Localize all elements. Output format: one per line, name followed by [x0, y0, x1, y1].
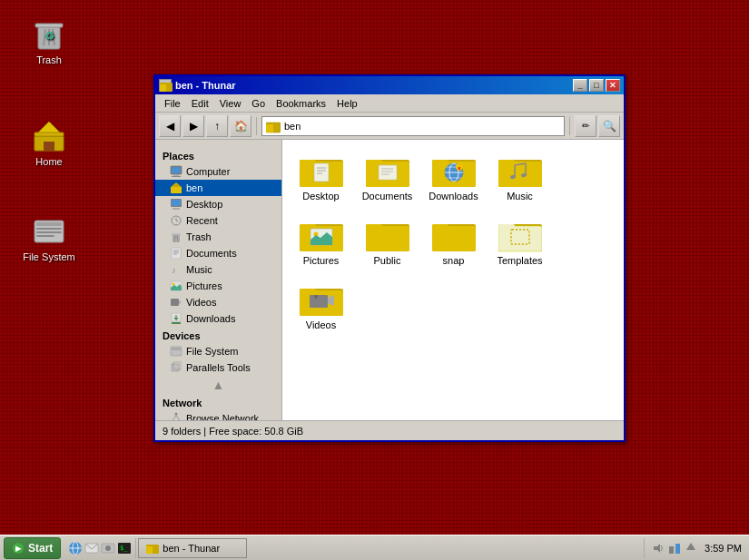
file-name-music: Music	[507, 191, 533, 202]
sidebar-item-pictures[interactable]: Pictures	[155, 278, 281, 294]
svg-rect-55	[300, 160, 316, 163]
sidebar-item-computer[interactable]: Computer	[155, 163, 281, 180]
desktop-icon-home-label: Home	[35, 156, 62, 167]
svg-rect-46	[172, 364, 179, 371]
sidebar-label-computer: Computer	[186, 166, 230, 177]
menu-go[interactable]: Go	[246, 96, 271, 111]
file-item-desktop[interactable]: Desktop	[291, 149, 350, 206]
svg-marker-41	[179, 300, 182, 304]
svg-rect-104	[310, 295, 328, 308]
svg-text:♪: ♪	[172, 265, 176, 275]
svg-rect-20	[172, 167, 181, 173]
sidebar-item-videos[interactable]: Videos	[155, 294, 281, 310]
sidebar-section-places: Places	[155, 147, 281, 163]
music-icon: ♪	[170, 263, 182, 276]
desktop-icon-home[interactable]: Home	[20, 118, 78, 167]
svg-point-114	[105, 545, 111, 551]
file-item-public[interactable]: Public	[358, 213, 417, 270]
sidebar-item-filesystem[interactable]: File System	[155, 343, 281, 359]
edit-button[interactable]: ✏	[575, 115, 596, 137]
sidebar-label-ben: ben	[186, 182, 202, 193]
file-item-music[interactable]: Music	[490, 149, 549, 206]
svg-marker-122	[686, 543, 695, 550]
back-button[interactable]: ◀	[159, 115, 181, 137]
recent-icon	[170, 214, 182, 227]
file-item-videos[interactable]: Videos	[291, 278, 350, 335]
desktop-icon-filesystem[interactable]: File System	[20, 213, 78, 262]
home-icon	[170, 182, 182, 194]
svg-rect-26	[172, 200, 181, 206]
close-button[interactable]: ✕	[606, 79, 620, 92]
toolbar-sep2	[569, 117, 570, 135]
menu-help[interactable]: Help	[331, 96, 363, 111]
tray-time: 3:59 PM	[705, 543, 742, 554]
sidebar-scroll-indicator: ▲	[155, 378, 281, 392]
file-name-desktop: Desktop	[302, 191, 339, 202]
menu-file[interactable]: File	[159, 96, 186, 111]
file-item-downloads[interactable]: e Downloads	[424, 149, 483, 206]
window-body: Places Computer ben	[155, 140, 624, 422]
file-name-templates: Templates	[497, 255, 542, 267]
sidebar-item-recent[interactable]: Recent	[155, 212, 281, 229]
trash-icon-small	[170, 231, 182, 243]
ql-browser[interactable]	[68, 541, 83, 555]
desktop-icon-trash[interactable]: ♻ Trash	[20, 16, 78, 65]
sidebar-label-filesystem: File System	[186, 346, 238, 357]
ql-terminal[interactable]: $_	[117, 541, 132, 555]
svg-rect-33	[172, 248, 181, 259]
menu-bookmarks[interactable]: Bookmarks	[271, 96, 331, 111]
svg-rect-45	[172, 348, 181, 350]
svg-rect-64	[379, 165, 397, 180]
start-label: Start	[28, 542, 53, 555]
tray-speaker-icon[interactable]	[652, 542, 665, 555]
sidebar-label-desktop: Desktop	[186, 199, 222, 210]
address-bar[interactable]: ben	[261, 116, 565, 136]
start-button[interactable]: ▶ Start	[4, 537, 61, 559]
tray-arrow-up-icon[interactable]	[685, 542, 697, 555]
svg-rect-8	[44, 142, 54, 151]
sidebar-item-ben[interactable]: ben	[155, 180, 281, 196]
sidebar-label-videos: Videos	[186, 297, 216, 308]
menu-edit[interactable]: Edit	[186, 96, 214, 111]
desktop-icon-trash-label: Trash	[36, 54, 62, 65]
file-name-public: Public	[374, 255, 401, 267]
sidebar-label-parallels: Parallels Tools	[186, 362, 251, 373]
maximize-button[interactable]: □	[589, 79, 604, 92]
folder-icon-desktop	[300, 152, 343, 189]
window-icon	[159, 79, 172, 92]
file-name-documents: Documents	[362, 191, 413, 202]
tray-network-icon[interactable]	[668, 542, 681, 555]
window-title: ben - Thunar	[175, 80, 573, 91]
file-item-pictures[interactable]: Pictures	[291, 213, 350, 270]
file-name-pictures: Pictures	[303, 255, 340, 267]
file-item-documents[interactable]: Documents	[358, 149, 417, 206]
up-button[interactable]: ↑	[206, 115, 228, 137]
sidebar-item-parallels[interactable]: Parallels Tools	[155, 359, 281, 376]
sidebar-item-music[interactable]: ♪ Music	[155, 261, 281, 278]
file-item-templates[interactable]: Templates	[490, 213, 549, 270]
forward-button[interactable]: ▶	[182, 115, 204, 137]
svg-rect-80	[498, 160, 515, 163]
folder-icon-documents	[366, 152, 409, 189]
ql-capture[interactable]	[101, 541, 115, 555]
sidebar-item-downloads[interactable]: Downloads	[155, 310, 281, 327]
sidebar-item-documents[interactable]: Documents	[155, 245, 281, 261]
sidebar-item-desktop[interactable]: Desktop	[155, 196, 281, 212]
menu-view[interactable]: View	[214, 96, 247, 111]
file-item-snap[interactable]: snap	[424, 213, 483, 270]
svg-rect-99	[498, 224, 515, 228]
minimize-button[interactable]: _	[573, 79, 587, 92]
search-button[interactable]: 🔍	[598, 115, 620, 137]
folder-icon-downloads: e	[432, 152, 476, 189]
sidebar-item-trash[interactable]: Trash	[155, 229, 281, 245]
pictures-icon	[170, 280, 182, 292]
home-button[interactable]: 🏠	[230, 115, 251, 137]
svg-rect-9	[34, 133, 64, 136]
file-name-videos: Videos	[306, 319, 336, 331]
ql-email[interactable]	[84, 541, 99, 555]
svg-rect-14	[36, 235, 54, 237]
file-name-snap: snap	[443, 255, 465, 267]
taskbar-window-btn[interactable]: ben - Thunar	[138, 538, 247, 558]
svg-rect-21	[173, 174, 179, 176]
svg-rect-120	[669, 546, 674, 554]
